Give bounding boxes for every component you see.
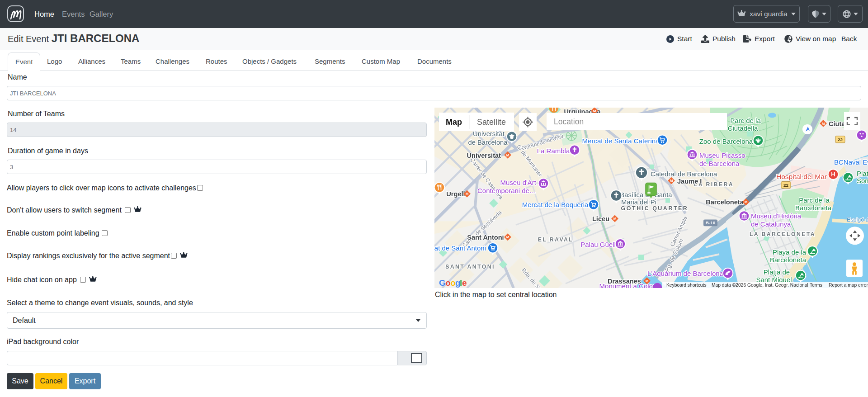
svg-text:Contemporani de…: Contemporani de… bbox=[477, 187, 536, 194]
svg-text:Playa de la: Playa de la bbox=[773, 248, 807, 256]
svg-text:Parc de la: Parc de la bbox=[730, 117, 761, 124]
svg-text:Map: Map bbox=[446, 118, 462, 127]
svg-text:Museu d'Història: Museu d'Història bbox=[751, 212, 802, 220]
svg-text:H: H bbox=[831, 171, 835, 178]
svg-text:Mercat de Santa Caterina: Mercat de Santa Caterina bbox=[582, 137, 660, 145]
svg-text:Espigó del: Espigó del bbox=[847, 217, 868, 223]
svg-text:Keyboard shortcuts: Keyboard shortcuts bbox=[666, 283, 707, 288]
svg-text:cat de Sant Antoni: cat de Sant Antoni bbox=[434, 244, 486, 252]
svg-text:GOTHIC QUARTER: GOTHIC QUARTER bbox=[621, 205, 689, 212]
svg-text:Platja de: Platja de bbox=[764, 268, 790, 276]
svg-text:Parc de la: Parc de la bbox=[799, 196, 830, 204]
svg-text:Palau Güell: Palau Güell bbox=[580, 241, 615, 248]
svg-text:Mercat de la Boqueria: Mercat de la Boqueria bbox=[522, 201, 589, 208]
svg-text:Som: Som bbox=[857, 177, 868, 184]
svg-text:G: G bbox=[439, 278, 445, 288]
svg-text:Urgell: Urgell bbox=[446, 190, 465, 198]
svg-text:Museu d'Art: Museu d'Art bbox=[500, 179, 536, 186]
svg-text:o: o bbox=[450, 278, 455, 288]
svg-text:Catedral de Barcelona: Catedral de Barcelona bbox=[651, 170, 717, 178]
svg-text:Barceloneta: Barceloneta bbox=[706, 198, 744, 206]
svg-text:de Catalunya: de Catalunya bbox=[751, 220, 791, 228]
svg-text:EL RAVAL: EL RAVAL bbox=[538, 236, 574, 243]
svg-text:Barceloneta: Barceloneta bbox=[795, 204, 832, 212]
svg-text:Platja: Platja bbox=[857, 170, 868, 177]
svg-text:Report a map error: Report a map error bbox=[829, 283, 868, 288]
svg-text:Terms: Terms bbox=[810, 283, 822, 288]
svg-text:Maria del Pi: Maria del Pi bbox=[621, 198, 656, 206]
svg-text:Monument a Colom: Monument a Colom bbox=[599, 282, 659, 288]
svg-text:de Barcelona: de Barcelona bbox=[699, 160, 740, 167]
svg-text:l: l bbox=[460, 278, 462, 288]
svg-text:LA BARCELONETA: LA BARCELONETA bbox=[750, 231, 816, 237]
svg-text:Hospital del Mar: Hospital del Mar bbox=[776, 173, 827, 180]
svg-text:Zoo de Barcelona: Zoo de Barcelona bbox=[699, 137, 753, 145]
svg-text:B-10: B-10 bbox=[706, 220, 716, 225]
svg-text:Barceloneta: Barceloneta bbox=[770, 256, 807, 264]
svg-text:SANT ANTONI: SANT ANTONI bbox=[445, 264, 495, 270]
svg-text:Museu Picasso: Museu Picasso bbox=[699, 151, 745, 159]
svg-text:Satellite: Satellite bbox=[477, 118, 506, 127]
svg-text:Ciutadella: Ciutadella bbox=[728, 124, 758, 132]
svg-text:22: 22 bbox=[783, 183, 789, 188]
svg-text:La Rambla: La Rambla bbox=[537, 147, 570, 155]
svg-text:Universitat: Universitat bbox=[473, 130, 505, 137]
svg-text:Jaume I: Jaume I bbox=[677, 178, 702, 185]
svg-text:o: o bbox=[445, 278, 450, 288]
svg-text:de Barcelona: de Barcelona bbox=[468, 139, 508, 146]
svg-text:L'Aquàrium de Barcelona: L'Aquàrium de Barcelona bbox=[647, 269, 724, 277]
svg-text:Liceu: Liceu bbox=[592, 215, 609, 222]
svg-text:Universitat: Universitat bbox=[467, 152, 501, 159]
svg-text:e: e bbox=[462, 278, 467, 288]
svg-text:Sant Antoni: Sant Antoni bbox=[467, 234, 504, 241]
svg-text:Map data ©2026 Google, Inst. G: Map data ©2026 Google, Inst. Geogr. Naci… bbox=[712, 283, 808, 288]
svg-text:Location: Location bbox=[554, 117, 584, 126]
svg-text:BCNaval Ev: BCNaval Ev bbox=[834, 158, 868, 166]
svg-text:22: 22 bbox=[838, 137, 843, 142]
